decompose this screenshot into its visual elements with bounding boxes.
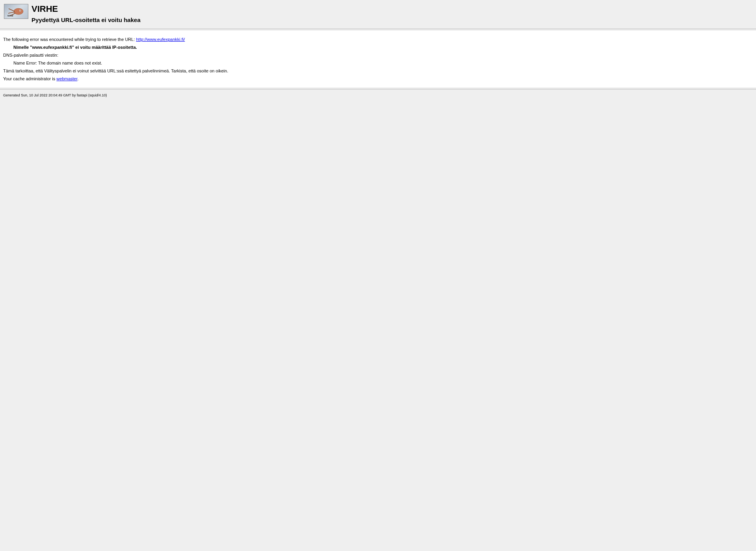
admin-intro: Your cache administrator is — [3, 76, 56, 81]
error-subtitle: Pyydettyä URL-osoitetta ei voitu hakea — [32, 17, 141, 23]
error-title: VIRHE — [32, 4, 141, 14]
squid-logo-icon: NOW — [4, 4, 28, 19]
svg-text:NOW: NOW — [7, 15, 13, 17]
svg-point-0 — [14, 8, 23, 15]
error-header: NOW VIRHE Pyydettyä URL-osoitetta ei voi… — [0, 0, 756, 27]
header-text: VIRHE Pyydettyä URL-osoitetta ei voitu h… — [32, 4, 141, 23]
error-intro-line: The following error was encountered whil… — [3, 37, 753, 42]
svg-point-2 — [20, 10, 20, 11]
webmaster-link[interactable]: webmaster — [56, 76, 77, 81]
generated-timestamp: Generated Sun, 10 Jul 2022 20:04:49 GMT … — [3, 93, 107, 97]
failed-url-link[interactable]: http://www.eufexpankki.fi/ — [136, 37, 185, 42]
dns-intro: DNS-palvelin palautti viestin: — [3, 53, 753, 57]
explanation-text: Tämä tarkoittaa, että Välityspalvelin ei… — [3, 68, 753, 73]
dns-message: Name Error: The domain name does not exi… — [13, 61, 753, 65]
divider-bottom — [0, 89, 756, 89]
admin-line: Your cache administrator is webmaster. — [3, 76, 753, 81]
admin-suffix: . — [78, 76, 79, 81]
divider-top — [0, 29, 756, 29]
footer: Generated Sun, 10 Jul 2022 20:04:49 GMT … — [0, 91, 756, 100]
error-message-bold: Nimelle "www.eufexpankki.fi" ei voitu mä… — [13, 45, 753, 50]
error-intro-text: The following error was encountered whil… — [3, 37, 136, 42]
error-content: The following error was encountered whil… — [0, 31, 756, 87]
